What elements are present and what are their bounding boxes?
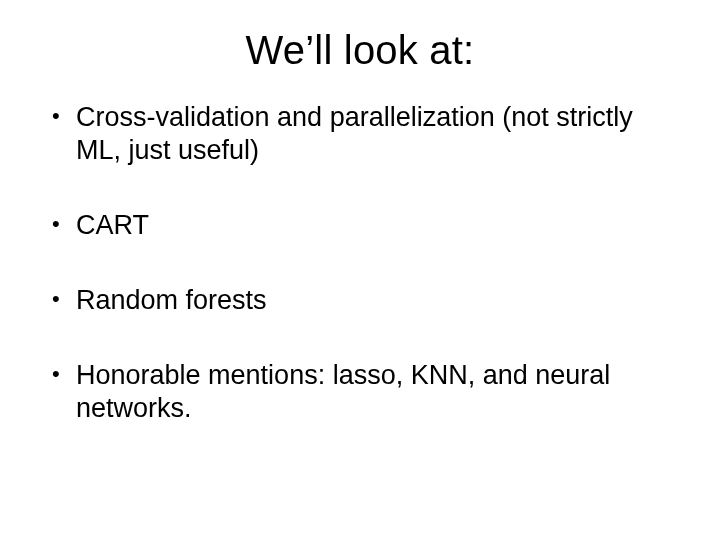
slide: We’ll look at: Cross-validation and para… [0, 0, 720, 540]
bullet-text: CART [76, 210, 149, 240]
list-item: Honorable mentions: lasso, KNN, and neur… [48, 359, 672, 425]
list-item: Random forests [48, 284, 672, 317]
list-item: CART [48, 209, 672, 242]
slide-title: We’ll look at: [40, 28, 680, 73]
bullet-text: Honorable mentions: lasso, KNN, and neur… [76, 360, 610, 423]
list-item: Cross-validation and parallelization (no… [48, 101, 672, 167]
bullet-text: Random forests [76, 285, 267, 315]
bullet-list: Cross-validation and parallelization (no… [40, 101, 680, 425]
bullet-text: Cross-validation and parallelization (no… [76, 102, 633, 165]
